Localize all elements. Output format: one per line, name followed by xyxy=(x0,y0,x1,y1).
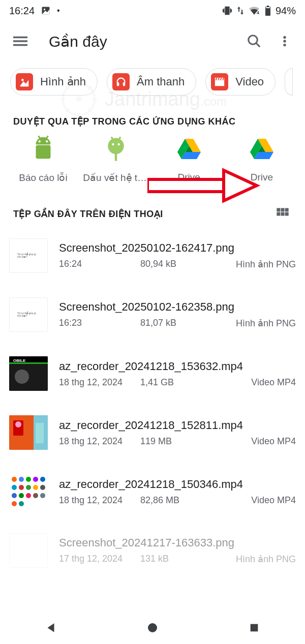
nav-back-button[interactable] xyxy=(30,616,71,640)
svg-point-60 xyxy=(33,493,38,498)
file-name: Screenshot_20250102-162358.png xyxy=(59,300,296,314)
file-meta: 16:2381,07 kBHình ảnh PNG xyxy=(59,318,296,329)
nav-recent-button[interactable] xyxy=(234,616,274,640)
svg-point-1 xyxy=(44,9,45,10)
svg-point-24 xyxy=(108,138,125,155)
search-button[interactable] xyxy=(242,29,266,53)
file-meta: 16:2480,94 kBHình ảnh PNG xyxy=(59,259,296,270)
svg-point-10 xyxy=(249,36,258,45)
svg-rect-31 xyxy=(281,208,285,211)
svg-rect-65 xyxy=(251,624,258,632)
svg-point-15 xyxy=(21,79,24,81)
battery-percent: 94% xyxy=(276,5,296,17)
svg-point-63 xyxy=(19,501,24,506)
drive-icon xyxy=(174,134,204,165)
svg-rect-8 xyxy=(13,40,27,42)
recent-files-header: TỆP GẦN ĐÂY TRÊN ĐIỆN THOẠI xyxy=(0,192,305,226)
file-thumbnail: Tôi có thể giúp gì cho bạn? xyxy=(9,238,48,273)
file-name: az_recorder_20241218_152811.mp4 xyxy=(59,419,296,432)
data-arrows-icon xyxy=(237,6,244,16)
android-alt-icon xyxy=(101,134,131,165)
file-row[interactable]: az_recorder_20241218_152811.mp4 18 thg 1… xyxy=(6,403,299,462)
svg-rect-30 xyxy=(277,208,280,211)
file-row[interactable]: az_recorder_20241218_150346.mp4 18 thg 1… xyxy=(6,462,299,521)
file-row[interactable]: Tôi có thể giúp gì cho bạn? Screenshot_2… xyxy=(6,285,299,344)
file-list[interactable]: Tôi có thể giúp gì cho bạn? Screenshot_2… xyxy=(0,226,305,580)
chip-images[interactable]: Hình ảnh xyxy=(10,68,98,96)
svg-rect-2 xyxy=(225,7,229,15)
app-label: Drive xyxy=(251,172,273,183)
svg-rect-33 xyxy=(277,212,280,216)
file-name: az_recorder_20241218_153632.mp4 xyxy=(59,360,296,373)
drive-icon xyxy=(247,134,277,165)
android-icon xyxy=(28,134,58,165)
svg-point-49 xyxy=(26,477,31,482)
svg-point-39 xyxy=(15,370,29,384)
file-name: az_recorder_20241218_150346.mp4 xyxy=(59,478,296,491)
file-thumbnail: Tôi có thể giúp gì cho bạn? xyxy=(9,297,48,332)
svg-rect-18 xyxy=(215,80,224,86)
file-row[interactable]: Screenshot_20241217-163633.png 17 thg 12… xyxy=(6,521,299,580)
svg-point-44 xyxy=(15,421,21,427)
file-thumbnail xyxy=(9,533,48,568)
chip-video[interactable]: Video xyxy=(205,68,276,96)
app-drive-1[interactable]: Drive xyxy=(156,134,222,183)
menu-button[interactable] xyxy=(8,29,33,53)
status-time: 16:24 xyxy=(9,5,35,17)
svg-point-51 xyxy=(40,477,45,482)
file-row[interactable]: OBILE az_recorder_20241218_153632.mp4 18… xyxy=(6,344,299,403)
image-icon xyxy=(16,73,33,90)
chip-label: Âm thanh xyxy=(137,75,185,88)
svg-point-50 xyxy=(33,477,38,482)
svg-point-56 xyxy=(40,485,45,490)
file-meta: 17 thg 12, 2024131 kBHình ảnh PNG xyxy=(59,554,296,565)
svg-rect-34 xyxy=(281,212,285,216)
apps-row: Báo cáo lỗi Dấu vết hệ th... Drive Drive xyxy=(0,134,305,192)
svg-rect-35 xyxy=(285,212,289,216)
nav-home-button[interactable] xyxy=(132,616,173,640)
file-name: Screenshot_20241217-163633.png xyxy=(59,536,296,549)
headphones-icon xyxy=(112,73,130,90)
dot-notification-icon: • xyxy=(57,6,60,15)
svg-point-61 xyxy=(40,493,45,498)
file-thumbnail xyxy=(9,474,48,509)
app-drive-2[interactable]: Drive xyxy=(229,134,295,183)
svg-rect-29 xyxy=(115,153,117,161)
battery-icon xyxy=(264,5,271,16)
svg-point-13 xyxy=(283,40,286,42)
svg-rect-32 xyxy=(285,208,289,211)
svg-point-57 xyxy=(12,493,17,498)
app-system-trace[interactable]: Dấu vết hệ th... xyxy=(83,134,149,183)
svg-rect-16 xyxy=(117,82,119,86)
vibrate-icon xyxy=(222,5,233,16)
app-bar: Gần đây xyxy=(0,21,305,61)
svg-rect-7 xyxy=(13,37,27,39)
svg-rect-17 xyxy=(123,82,126,86)
chip-more-partial[interactable] xyxy=(285,68,293,96)
navigation-bar xyxy=(0,611,305,644)
svg-rect-45 xyxy=(36,423,44,443)
app-label: Drive xyxy=(177,172,200,183)
file-thumbnail xyxy=(9,415,48,450)
svg-point-12 xyxy=(283,36,286,39)
app-label: Dấu vết hệ th... xyxy=(83,172,149,183)
chip-audio[interactable]: Âm thanh xyxy=(107,68,196,96)
svg-point-64 xyxy=(148,623,157,632)
svg-rect-5 xyxy=(267,6,269,7)
svg-point-14 xyxy=(283,44,286,46)
svg-point-25 xyxy=(112,143,114,146)
svg-point-19 xyxy=(39,140,41,142)
wifi-icon: 4 xyxy=(248,6,260,16)
filter-chips-row[interactable]: Hình ảnh Âm thanh Video xyxy=(0,61,305,107)
svg-point-59 xyxy=(26,493,31,498)
svg-rect-6 xyxy=(266,7,270,8)
file-row[interactable]: Tôi có thể giúp gì cho bạn? Screenshot_2… xyxy=(6,226,299,285)
svg-point-53 xyxy=(19,485,24,490)
more-options-button[interactable] xyxy=(272,29,297,53)
view-grid-button[interactable] xyxy=(276,207,290,221)
app-bug-report[interactable]: Báo cáo lỗi xyxy=(10,134,76,183)
gallery-notification-icon xyxy=(41,6,51,16)
clapperboard-icon xyxy=(211,73,228,90)
file-meta: 18 thg 12, 202482,86 MBVideo MP4 xyxy=(59,495,296,506)
status-bar: 16:24 • 4 94% xyxy=(0,0,305,21)
